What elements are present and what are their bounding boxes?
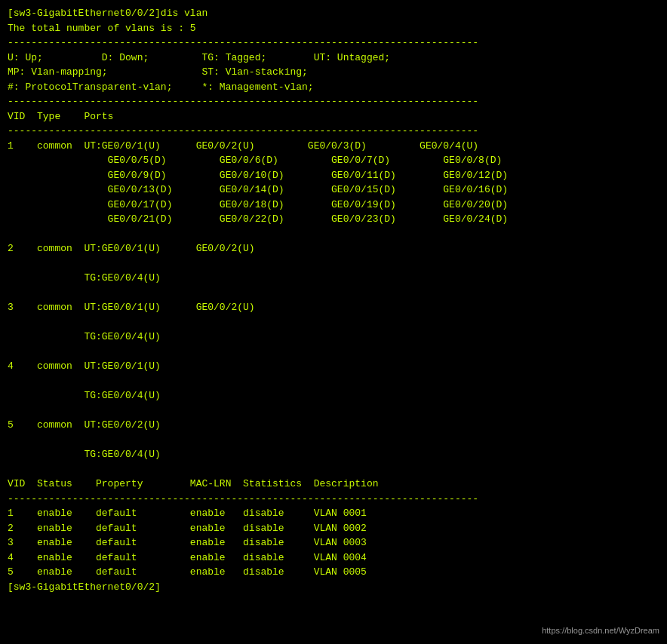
terminal-output: [sw3-GigabitEthernet0/0/2]dis vlan The t… xyxy=(8,6,659,594)
watermark: https://blog.csdn.net/WyzDream xyxy=(542,624,659,637)
